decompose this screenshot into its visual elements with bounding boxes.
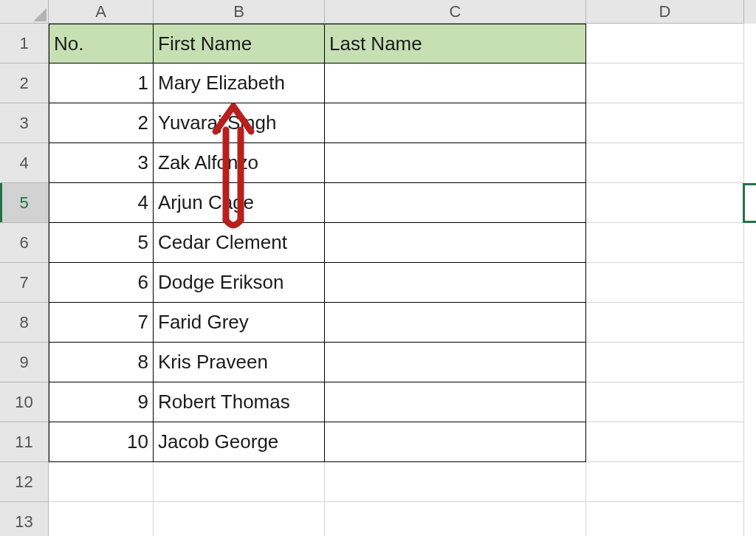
cell-A3[interactable]: 2 xyxy=(49,103,154,143)
row: 2 1 Mary Elizabeth xyxy=(0,63,756,103)
cell-B8[interactable]: Farid Grey xyxy=(154,303,325,343)
cell-A12[interactable] xyxy=(49,462,154,502)
cell-B5[interactable]: Arjun Cage xyxy=(154,183,325,223)
cell-D10[interactable] xyxy=(586,382,744,422)
cell-D11[interactable] xyxy=(586,422,744,462)
row-header-13[interactable]: 13 xyxy=(0,502,49,536)
cell-A1[interactable]: No. xyxy=(49,24,154,63)
row: 7 6 Dodge Erikson xyxy=(0,263,756,303)
cell-A9[interactable]: 8 xyxy=(49,343,154,382)
cell-D2[interactable] xyxy=(586,63,744,103)
cell-C7[interactable] xyxy=(325,263,586,303)
row-header-5[interactable]: 5 xyxy=(0,183,49,223)
cell-B1[interactable]: First Name xyxy=(154,24,325,63)
column-header-A[interactable]: A xyxy=(49,0,154,24)
row: 5 4 Arjun Cage xyxy=(0,183,756,223)
row: 13 xyxy=(0,502,756,536)
cell-B6[interactable]: Cedar Clement xyxy=(154,223,325,263)
cell-B13[interactable] xyxy=(154,502,325,536)
row: 10 9 Robert Thomas xyxy=(0,382,756,422)
row-header-3[interactable]: 3 xyxy=(0,103,49,143)
cell-D13[interactable] xyxy=(586,502,744,536)
row-header-10[interactable]: 10 xyxy=(0,382,49,422)
cell-D3[interactable] xyxy=(586,103,744,143)
cell-D12[interactable] xyxy=(586,462,744,502)
cell-A13[interactable] xyxy=(49,502,154,536)
grid-body: 1 No. First Name Last Name 2 1 Mary Eliz… xyxy=(0,24,756,536)
row: 4 3 Zak Alfonzo xyxy=(0,143,756,183)
column-header-C[interactable]: C xyxy=(325,0,586,24)
cell-A4[interactable]: 3 xyxy=(49,143,154,183)
cell-C2[interactable] xyxy=(325,63,586,103)
cell-A6[interactable]: 5 xyxy=(49,223,154,263)
cell-B3[interactable]: Yuvaraj Singh xyxy=(154,103,325,143)
cell-D7[interactable] xyxy=(586,263,744,303)
cell-B11[interactable]: Jacob George xyxy=(154,422,325,462)
cell-A11[interactable]: 10 xyxy=(49,422,154,462)
row: 11 10 Jacob George xyxy=(0,422,756,462)
select-all-triangle-icon xyxy=(33,8,47,21)
cell-C4[interactable] xyxy=(325,143,586,183)
cell-D9[interactable] xyxy=(586,343,744,382)
cell-B10[interactable]: Robert Thomas xyxy=(154,382,325,422)
row: 12 xyxy=(0,462,756,502)
row-header-9[interactable]: 9 xyxy=(0,343,49,382)
cell-C9[interactable] xyxy=(325,343,586,382)
row: 9 8 Kris Praveen xyxy=(0,343,756,382)
cell-D4[interactable] xyxy=(586,143,744,183)
cell-D6[interactable] xyxy=(586,223,744,263)
cell-A10[interactable]: 9 xyxy=(49,382,154,422)
cell-C11[interactable] xyxy=(325,422,586,462)
cell-B7[interactable]: Dodge Erikson xyxy=(154,263,325,303)
row-header-7[interactable]: 7 xyxy=(0,263,49,303)
cell-C12[interactable] xyxy=(325,462,586,502)
row-header-6[interactable]: 6 xyxy=(0,223,49,263)
cell-A8[interactable]: 7 xyxy=(49,303,154,343)
row-header-12[interactable]: 12 xyxy=(0,462,49,502)
row: 6 5 Cedar Clement xyxy=(0,223,756,263)
cell-C5[interactable] xyxy=(325,183,586,223)
cell-C10[interactable] xyxy=(325,382,586,422)
cell-D8[interactable] xyxy=(586,303,744,343)
cell-A2[interactable]: 1 xyxy=(49,63,154,103)
cell-D5[interactable] xyxy=(586,183,744,223)
row-header-2[interactable]: 2 xyxy=(0,63,49,103)
row: 8 7 Farid Grey xyxy=(0,303,756,343)
cell-B9[interactable]: Kris Praveen xyxy=(154,343,325,382)
cell-D1[interactable] xyxy=(586,24,744,63)
row: 3 2 Yuvaraj Singh xyxy=(0,103,756,143)
cell-C8[interactable] xyxy=(325,303,586,343)
cell-C3[interactable] xyxy=(325,103,586,143)
cell-C6[interactable] xyxy=(325,223,586,263)
row: 1 No. First Name Last Name xyxy=(0,24,756,63)
column-header-bar: A B C D xyxy=(0,0,756,24)
row-header-4[interactable]: 4 xyxy=(0,143,49,183)
select-all-corner[interactable] xyxy=(0,0,49,24)
cell-B4[interactable]: Zak Alfonzo xyxy=(154,143,325,183)
cell-A7[interactable]: 6 xyxy=(49,263,154,303)
svg-marker-0 xyxy=(33,8,47,21)
row-header-8[interactable]: 8 xyxy=(0,303,49,343)
spreadsheet[interactable]: A B C D 1 No. First Name Last Name 2 1 M… xyxy=(0,0,756,536)
row-header-11[interactable]: 11 xyxy=(0,422,49,462)
column-header-D[interactable]: D xyxy=(586,0,744,24)
cell-C13[interactable] xyxy=(325,502,586,536)
row-header-1[interactable]: 1 xyxy=(0,24,49,63)
cell-A5[interactable]: 4 xyxy=(49,183,154,223)
cell-C1[interactable]: Last Name xyxy=(325,24,586,63)
cell-B2[interactable]: Mary Elizabeth xyxy=(154,63,325,103)
cell-B12[interactable] xyxy=(154,462,325,502)
column-header-B[interactable]: B xyxy=(154,0,325,24)
